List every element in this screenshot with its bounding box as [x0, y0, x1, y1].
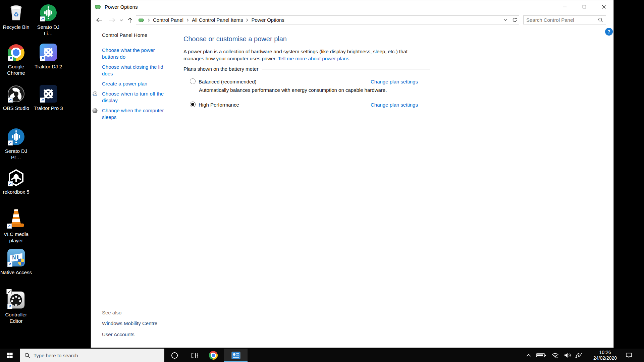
shortcut-arrow-icon: [8, 56, 13, 61]
desktop-icon-rekordbox-5[interactable]: rekordbox 5: [0, 168, 32, 195]
nav-create-power-plan-link[interactable]: Create a power plan: [102, 80, 169, 87]
page-title: Choose or customise a power plan: [183, 35, 287, 43]
change-plan-settings-link-balanced[interactable]: Change plan settings: [371, 79, 418, 84]
chrome-taskbar-button[interactable]: [205, 349, 221, 362]
google-chrome-icon: [8, 42, 24, 61]
desktop-icon-recycle-bin[interactable]: ♻ Recycle Bin: [0, 3, 32, 30]
recent-pages-chevron[interactable]: [118, 13, 125, 27]
serato-dj-lite-icon: [40, 3, 57, 21]
desktop-icon-native-access[interactable]: N Native Access: [0, 248, 32, 276]
windows-logo-icon: [7, 353, 13, 358]
shortcut-arrow-icon: [40, 16, 45, 21]
desktop-icon-serato-dj-pro[interactable]: Serato DJ Pr…: [0, 127, 32, 161]
serato-dj-pro-icon: [7, 127, 25, 145]
tray-pen[interactable]: [574, 349, 584, 362]
tray-battery[interactable]: [535, 349, 547, 362]
clock-date: 24/02/2020: [593, 355, 617, 361]
desktop-icon-google-chrome[interactable]: Google Chrome: [0, 42, 32, 76]
nav-turn-off-display-link[interactable]: Choose when to turn off the display: [102, 90, 169, 104]
task-view-button[interactable]: [186, 349, 202, 362]
refresh-icon[interactable]: [510, 16, 519, 24]
nav-power-buttons-link[interactable]: Choose what the power buttons do: [102, 47, 169, 60]
desktop-icon-vlc-media-player[interactable]: VLC media player: [0, 205, 32, 244]
clock-time: 10:26: [593, 350, 617, 355]
shortcut-arrow-icon: [8, 140, 13, 145]
tray-expand-button[interactable]: [525, 349, 533, 362]
breadcrumb-chevron-icon[interactable]: [186, 18, 189, 22]
desktop-icon-obs-studio[interactable]: OBS Studio: [0, 84, 32, 111]
breadcrumb-all-control-panel-items[interactable]: All Control Panel Items: [192, 17, 243, 23]
nav-windows-mobility-centre-link[interactable]: Windows Mobility Centre: [102, 320, 169, 327]
nav-user-accounts-link[interactable]: User Accounts: [102, 331, 169, 338]
taskbar-search-input[interactable]: [34, 353, 134, 358]
breadcrumb-chevron-icon[interactable]: [148, 18, 150, 22]
cortana-button[interactable]: [167, 349, 182, 362]
navigation-toolbar: Control Panel All Control Panel Items Po…: [91, 13, 613, 27]
address-bar[interactable]: Control Panel All Control Panel Items Po…: [136, 15, 519, 24]
svg-text:♻: ♻: [13, 11, 19, 18]
control-panel-search[interactable]: [523, 15, 606, 24]
shortcut-arrow-icon: [40, 56, 45, 61]
nav-control-panel-home[interactable]: Control Panel Home: [102, 32, 169, 39]
nav-computer-sleeps-link[interactable]: Change when the computer sleeps: [102, 107, 169, 121]
breadcrumb-chevron-icon[interactable]: [246, 18, 248, 22]
maximize-button[interactable]: [575, 0, 594, 13]
svg-text:N: N: [12, 255, 16, 260]
back-button[interactable]: [94, 13, 105, 27]
title-bar[interactable]: Power Options: [91, 0, 613, 13]
help-button[interactable]: ?: [605, 28, 613, 36]
nav-closing-lid-link[interactable]: Choose what closing the lid does: [102, 64, 169, 77]
cortana-icon: [171, 352, 178, 359]
address-battery-icon: [139, 18, 145, 22]
checkbox-checked-icon[interactable]: [6, 289, 12, 294]
window-title: Power Options: [105, 4, 138, 10]
control-panel-window-icon: [231, 351, 240, 360]
speaker-icon: [564, 352, 572, 358]
search-icon[interactable]: [598, 17, 603, 22]
native-access-icon: N: [7, 248, 25, 267]
desktop-icon-serato-dj-lite[interactable]: Serato DJ Li…: [32, 3, 64, 37]
recycle-bin-icon: ♻: [8, 3, 24, 21]
address-dropdown-chevron[interactable]: [501, 16, 510, 24]
tray-volume[interactable]: [562, 349, 573, 362]
task-view-icon: [191, 352, 198, 359]
shortcut-arrow-icon: [40, 98, 45, 103]
balanced-description: Automatically balances performance with …: [199, 87, 387, 93]
action-center-button[interactable]: [623, 349, 635, 362]
shortcut-arrow-icon: [7, 224, 12, 229]
traktor-pro-3-icon: [40, 84, 57, 103]
obs-studio-icon: [7, 84, 25, 103]
sleep-sphere-icon: [92, 108, 98, 114]
balanced-radio[interactable]: [190, 78, 196, 84]
search-input[interactable]: [526, 17, 598, 23]
change-plan-settings-link-high-performance[interactable]: Change plan settings: [371, 102, 418, 108]
desktop-icon-controller-editor[interactable]: Controller Editor: [0, 290, 32, 324]
up-button[interactable]: [125, 13, 135, 27]
minimize-button[interactable]: [555, 0, 575, 13]
wifi-icon: [551, 352, 559, 358]
tray-clock[interactable]: 10:26 24/02/2020: [589, 349, 621, 362]
taskbar-search[interactable]: [20, 349, 164, 362]
shortcut-arrow-icon: [7, 304, 12, 309]
balanced-label: Balanced (recommended): [199, 79, 257, 84]
high-performance-radio[interactable]: [190, 102, 196, 107]
breadcrumb-control-panel[interactable]: Control Panel: [153, 17, 183, 23]
display-clock-icon: [92, 91, 98, 97]
plans-group-header: Plans shown on the battery meter: [183, 66, 430, 72]
shortcut-arrow-icon: [8, 98, 13, 103]
see-also-header: See also: [102, 309, 169, 316]
desktop-icon-traktor-pro-3[interactable]: Traktor Pro 3: [32, 84, 64, 111]
breadcrumb-power-options[interactable]: Power Options: [251, 17, 284, 23]
start-button[interactable]: [0, 349, 19, 362]
action-center-icon: [626, 352, 632, 358]
desktop-icon-traktor-dj-2[interactable]: Traktor DJ 2: [32, 42, 64, 70]
controller-editor-icon: [7, 290, 25, 309]
tray-wifi[interactable]: [550, 349, 560, 362]
tell-me-more-link[interactable]: Tell me more about power plans: [278, 56, 350, 61]
forward-button[interactable]: [106, 13, 118, 27]
control-panel-taskbar-button-active[interactable]: [224, 349, 248, 362]
close-button[interactable]: [594, 0, 613, 13]
chevron-up-icon: [526, 354, 531, 357]
traktor-dj-2-icon: [40, 42, 57, 61]
rekordbox-5-icon: [7, 168, 25, 186]
